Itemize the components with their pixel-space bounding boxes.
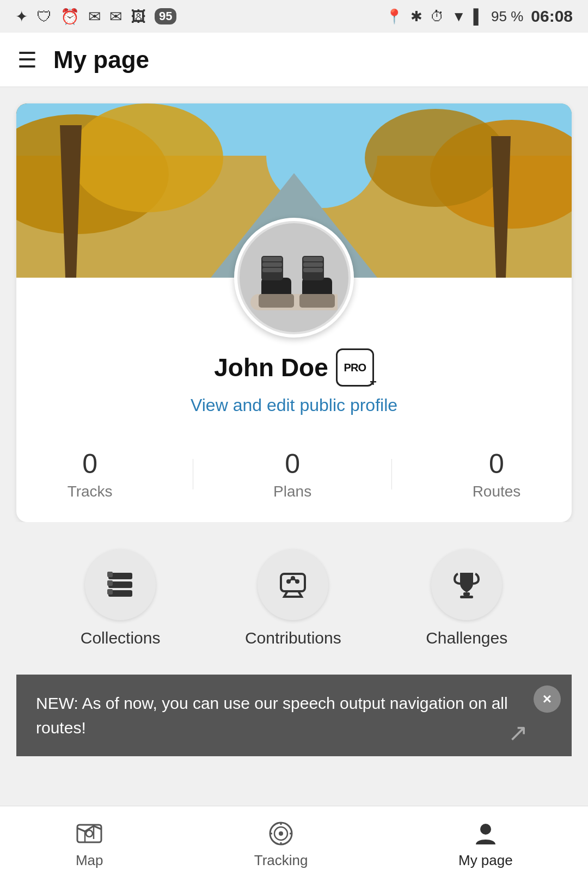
alarm-icon: ⏰ [60,8,79,26]
stat-plans: 0 Plans [273,448,311,500]
notification-text: NEW: As of now, you can use our speech o… [36,694,508,737]
stat-routes: 0 Routes [473,448,521,500]
svg-rect-11 [303,268,323,272]
share-icon: ↗ [508,719,528,746]
nav-map[interactable]: Map [53,814,125,874]
divider-1 [193,459,193,489]
top-bar: ☰ My page [0,33,588,87]
routes-count: 0 [473,448,521,480]
avatar-image [240,223,348,332]
contributions-action[interactable]: Contributions [245,549,341,647]
stat-tracks: 0 Tracks [68,448,113,500]
boot-svg [250,240,338,316]
pro-badge: PRO + [336,348,374,387]
collections-icon-circle [85,549,156,620]
avatar-container [16,218,572,338]
svg-point-37 [480,824,491,835]
map-nav-label: Map [76,852,103,869]
contributions-label: Contributions [245,629,341,647]
signal-icon: ▌ [474,8,483,25]
divider-2 [391,459,392,489]
clock-display: 06:08 [531,7,573,26]
status-right: 📍 ✱ ⏱ ▼ ▌ 95 % 06:08 [385,7,573,26]
svg-rect-10 [303,262,323,267]
collections-icon [104,568,137,601]
bluetooth-icon: ✱ [411,8,422,25]
image-icon: 🖼 [131,8,146,26]
stats-row: 0 Tracks 0 Plans 0 Routes [16,426,572,522]
tracking-nav-label: Tracking [254,852,308,869]
actions-section: Collections Contributions [16,522,572,664]
svg-point-28 [86,830,93,837]
nav-my-page[interactable]: My page [437,814,535,874]
avatar [234,218,354,338]
svg-rect-3 [262,257,282,261]
challenges-icon-circle [431,549,502,620]
shield-icon: 🛡 [36,8,52,26]
svg-rect-5 [262,268,282,272]
notification-count: 95 [155,8,176,24]
svg-point-32 [279,831,283,836]
user-name-row: John Doe PRO + [33,348,555,387]
mail2-icon: ✉ [109,8,122,26]
actions-row: Collections Contributions [38,549,550,647]
main-content: John Doe PRO + View and edit public prof… [0,87,588,843]
location-icon: 📍 [385,8,403,25]
contributions-icon-circle [258,549,328,620]
plans-count: 0 [273,448,311,480]
challenges-action[interactable]: Challenges [426,549,507,647]
contributions-icon [277,568,309,601]
challenges-icon [450,568,483,601]
edit-profile-link[interactable]: View and edit public profile [191,395,397,415]
map-nav-icon [75,819,103,848]
page-title: My page [53,46,149,74]
foliage-left2 [71,103,223,212]
tracking-nav-icon [267,819,295,848]
plans-label: Plans [273,483,311,500]
svg-rect-26 [460,596,473,598]
status-bar: ✦ 🛡 ⏰ ✉ ✉ 🖼 95 📍 ✱ ⏱ ▼ ▌ 95 % 06:08 [0,0,588,33]
svg-rect-17 [107,580,113,586]
svg-rect-9 [303,257,323,261]
mypage-nav-icon [471,819,500,848]
pro-badge-plus: + [370,375,377,389]
notification-banner: NEW: As of now, you can use our speech o… [16,675,572,756]
pro-badge-label: PRO [344,362,366,374]
profile-card: John Doe PRO + View and edit public prof… [16,103,572,522]
nav-tracking[interactable]: Tracking [232,814,330,874]
svg-rect-18 [107,589,113,595]
svg-rect-25 [463,592,470,596]
collections-action[interactable]: Collections [81,549,161,647]
user-info: John Doe PRO + View and edit public prof… [16,338,572,426]
svg-rect-12 [250,294,338,310]
mypage-nav-label: My page [458,852,513,869]
status-icons: ✦ 🛡 ⏰ ✉ ✉ 🖼 95 [15,8,176,26]
tracks-label: Tracks [68,483,113,500]
wifi-icon: ▼ [452,8,466,25]
slack-icon: ✦ [15,8,28,26]
user-name: John Doe [214,353,328,382]
bottom-nav: Map Tracking My page [0,806,588,882]
clock-icon: ⏱ [430,8,444,25]
svg-rect-16 [107,572,113,577]
foliage-right2 [365,109,506,207]
battery-level: 95 % [491,8,523,25]
challenges-label: Challenges [426,629,507,647]
mail-icon: ✉ [88,8,101,26]
tracks-count: 0 [68,448,113,480]
collections-label: Collections [81,629,161,647]
notification-close-button[interactable]: × [534,685,561,713]
svg-rect-4 [262,262,282,267]
notification-text-wrap: NEW: As of now, you can use our speech o… [36,691,556,740]
routes-label: Routes [473,483,521,500]
menu-button[interactable]: ☰ [17,47,37,72]
